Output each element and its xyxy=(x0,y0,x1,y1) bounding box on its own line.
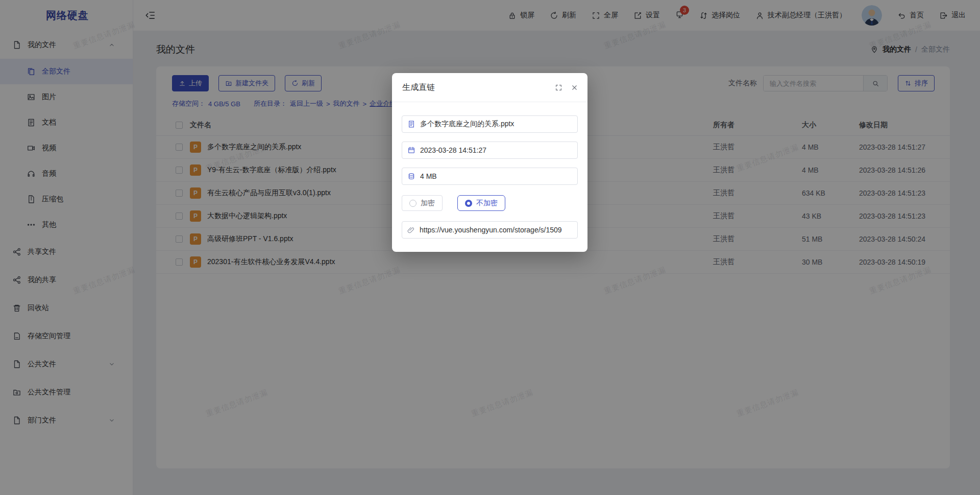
maximize-dialog-icon[interactable] xyxy=(555,84,562,91)
file-icon xyxy=(407,120,415,128)
file-date-field xyxy=(402,142,578,159)
calendar-icon xyxy=(407,146,415,154)
paperclip-icon xyxy=(407,226,415,234)
file-name-field xyxy=(402,115,578,133)
radio-unselected-icon xyxy=(409,200,416,207)
radio-selected-icon xyxy=(465,200,472,207)
no-encrypt-radio[interactable]: 不加密 xyxy=(457,195,505,211)
dialog-title: 生成直链 xyxy=(402,82,435,93)
close-dialog-icon[interactable] xyxy=(571,84,578,91)
file-size-field xyxy=(402,168,578,185)
direct-link-field xyxy=(402,221,578,239)
encrypt-radio[interactable]: 加密 xyxy=(402,195,443,211)
generate-link-dialog: 生成直链 加密 不加密 xyxy=(392,73,587,252)
file-size-input[interactable] xyxy=(420,172,572,180)
storage-size-icon xyxy=(407,172,415,180)
direct-link-input[interactable] xyxy=(420,226,572,234)
file-date-input[interactable] xyxy=(420,146,572,154)
file-name-input[interactable] xyxy=(420,120,572,128)
